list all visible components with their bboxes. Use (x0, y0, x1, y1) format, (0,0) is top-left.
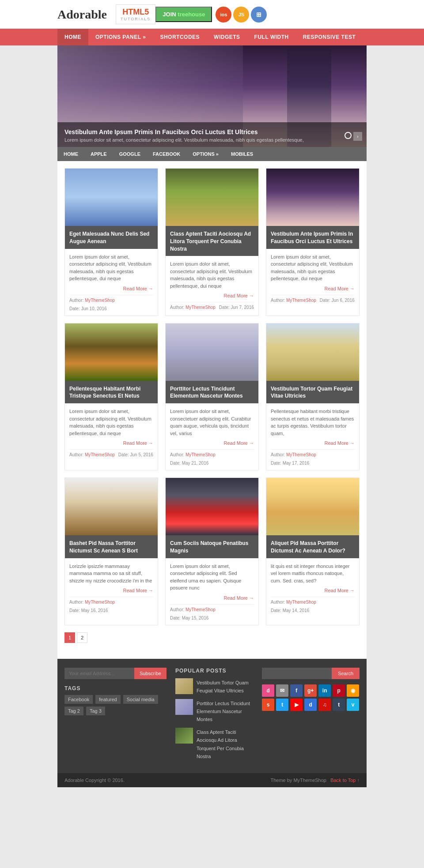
hero-prev-indicator (344, 132, 352, 139)
author-link[interactable]: MyThemeShop (186, 607, 216, 612)
post-card: Class Aptent Taciti Aociosqu Ad Litora T… (165, 168, 259, 316)
popular-post-link[interactable]: Vestibulum Tortor Quam Feugiat Vitae Ult… (197, 680, 249, 693)
tag-item[interactable]: Social media (123, 695, 158, 704)
twitter-social-icon[interactable]: t (276, 699, 288, 711)
lastfm-social-icon[interactable]: ♫ (318, 699, 331, 711)
email-input[interactable] (64, 668, 134, 679)
post-meta: Author: MyThemeShop Date: May 16, 2016 (69, 597, 153, 613)
hero-navigation: › (344, 132, 362, 141)
theme-credit: Theme by MyThemeShop Back to Top ↑ (270, 778, 360, 783)
tag-item[interactable]: Tag 3 (86, 706, 105, 715)
facebook-social-icon[interactable]: f (290, 684, 303, 697)
post-excerpt: Lorem ipsum dolor sit amet, consectetur … (69, 408, 153, 437)
read-more-link[interactable]: Read More → (170, 440, 254, 446)
footer-search-input[interactable] (262, 668, 332, 679)
post-meta: Author: MyThemeShop Date: Jun 10, 2016 (69, 295, 153, 311)
nav-item-widgets[interactable]: WIDGETS (207, 29, 247, 45)
post-title-link[interactable]: Aliquet Pid Massa Porttitor Dictumst Ac … (271, 540, 355, 555)
author-link[interactable]: MyThemeShop (85, 298, 115, 303)
post-meta: Author: MyThemeShop Date: May 17, 2016 (271, 449, 355, 466)
author-link[interactable]: MyThemeShop (85, 452, 115, 457)
sec-nav-mobiles[interactable]: MOBILES (225, 147, 259, 161)
back-to-top-link[interactable]: Back to Top ↑ (330, 778, 360, 783)
post-title-link[interactable]: Pellentesque Habitant Morbi Tristique Se… (69, 385, 153, 400)
hero-next-button[interactable]: › (353, 132, 362, 141)
author-link[interactable]: MyThemeShop (286, 600, 316, 605)
pinterest-social-icon[interactable]: p (333, 684, 345, 697)
delicious-social-icon[interactable]: d (304, 699, 317, 711)
post-body: Lorem ipsum dolor sit amet, consectetur … (65, 403, 158, 462)
author-link[interactable]: MyThemeShop (85, 600, 115, 605)
linkedin-social-icon[interactable]: in (318, 684, 331, 697)
author-link[interactable]: MyThemeShop (286, 298, 316, 303)
read-more-link[interactable]: Read More → (271, 286, 355, 291)
google-plus-social-icon[interactable]: g+ (304, 684, 317, 697)
post-meta: Author: MyThemeShop Date: May 15, 2016 (170, 604, 254, 620)
post-title-bar: Class Aptent Taciti Aociosqu Ad Litora T… (166, 226, 258, 256)
post-body: Pellentesque habitant morbi tristique se… (266, 403, 359, 470)
read-more-link[interactable]: Read More → (170, 595, 254, 601)
read-more-link[interactable]: Read More → (69, 286, 153, 291)
post-card: Bashet Pid Nassa Torttitor Nictumst Sc A… (64, 477, 158, 625)
author-link[interactable]: MyThemeShop (186, 305, 216, 310)
copyright-text: Adorable Copyright © 2016. (64, 778, 125, 783)
join-treehouse-button[interactable]: JOIN treehouse (155, 7, 212, 22)
page-1-button[interactable]: 1 (64, 632, 75, 643)
post-title-link[interactable]: Vestibulum Ante Ipsum Primis In Faucibus… (271, 230, 355, 245)
post-card: Cum Sociis Natoque Penatibus Magnis Lore… (165, 477, 259, 625)
post-thumbnail (166, 169, 258, 226)
post-body: Lorem ipsum dolor sit amet, consectetur … (166, 256, 258, 314)
tag-item[interactable]: Tag 2 (64, 706, 83, 715)
nav-item-shortcodes[interactable]: SHORTCODES (153, 29, 207, 45)
read-more-link[interactable]: Read More → (69, 440, 153, 446)
nav-item-home[interactable]: HOME (57, 29, 88, 45)
html5-badge: HTML5 TUTORIALS (116, 4, 155, 24)
popular-post-link[interactable]: Class Aptent Taciti Aociosqu Ad Litora T… (197, 729, 244, 759)
post-body: Lorizzle ipsizzle mammasay mammasa mamma… (65, 558, 158, 618)
tumblr-social-icon[interactable]: t (333, 699, 345, 711)
post-title-link[interactable]: Cum Sociis Natoque Penatibus Magnis (170, 540, 254, 555)
post-card: Vestibulum Ante Ipsum Primis In Faucibus… (266, 168, 360, 316)
nav-item-options[interactable]: OPTIONS PANEL » (88, 29, 153, 45)
post-title-bar: Eget Malesuada Nunc Delis Sed Augue Aene… (65, 226, 158, 249)
subscribe-button[interactable]: Subscribe (134, 668, 167, 679)
page-2-button[interactable]: 2 (77, 632, 87, 643)
sec-nav-facebook[interactable]: FACEBOOK (147, 147, 186, 161)
read-more-link[interactable]: Read More → (271, 440, 355, 446)
read-more-link[interactable]: Read More → (170, 293, 254, 298)
vimeo-social-icon[interactable]: v (347, 699, 359, 711)
sec-nav-options[interactable]: OPTIONS » (186, 147, 225, 161)
nav-item-responsive-test[interactable]: RESPONSIVE TEST (296, 29, 363, 45)
post-title-link[interactable]: Bashet Pid Nassa Torttitor Nictumst Sc A… (69, 540, 153, 555)
footer-email-col: Subscribe TAGS FacebookfeaturedSocial me… (64, 668, 167, 765)
popular-post-link[interactable]: Porttitor Lectus Tincidunt Elementum Nas… (197, 701, 250, 722)
post-title-bar: Vestibulum Ante Ipsum Primis In Faucibus… (266, 226, 359, 249)
popular-post-text: Porttitor Lectus Tincidunt Elementum Nas… (197, 699, 253, 723)
site-logo[interactable]: Adorable (57, 8, 107, 22)
hero-slider: Vestibulum Ante Ipsum Primis In Faucibus… (57, 45, 367, 147)
sec-nav-google[interactable]: GOOGLE (113, 147, 147, 161)
footer-search-button[interactable]: Search (332, 668, 360, 679)
sec-nav-home[interactable]: HOME (57, 147, 84, 161)
nav-item-full-width[interactable]: FULL WIDTH (247, 29, 296, 45)
popular-posts-list: Vestibulum Tortor Quam Feugiat Vitae Ult… (175, 678, 253, 760)
email-social-icon[interactable]: ✉ (276, 684, 288, 697)
post-title-link[interactable]: Porttitor Lectus Tincidunt Elementum Nas… (170, 385, 254, 400)
dribbble-social-icon[interactable]: d (262, 684, 274, 697)
sec-nav-apple[interactable]: APPLE (84, 147, 113, 161)
read-more-link[interactable]: Read More → (271, 588, 355, 593)
post-title-link[interactable]: Eget Malesuada Nunc Delis Sed Augue Aene… (69, 230, 153, 245)
post-excerpt: lit quis est sit integer rhoncus integer… (271, 563, 355, 585)
post-title-link[interactable]: Vestibulum Tortor Quam Feugiat Vitae Ult… (271, 385, 355, 400)
hero-title: Vestibulum Ante Ipsum Primis In Faucibus… (64, 128, 360, 135)
rss-social-icon[interactable]: ◉ (347, 684, 359, 697)
stumbleupon-social-icon[interactable]: s (262, 699, 274, 711)
author-link[interactable]: MyThemeShop (286, 452, 316, 457)
hero-overlay: Vestibulum Ante Ipsum Primis In Faucibus… (57, 122, 367, 147)
author-link[interactable]: MyThemeShop (186, 452, 216, 457)
read-more-link[interactable]: Read More → (69, 588, 153, 593)
post-title-link[interactable]: Class Aptent Taciti Aociosqu Ad Litora T… (170, 230, 254, 252)
youtube-social-icon[interactable]: ▶ (290, 699, 303, 711)
tag-item[interactable]: Facebook (64, 695, 93, 704)
tag-item[interactable]: featured (95, 695, 120, 704)
